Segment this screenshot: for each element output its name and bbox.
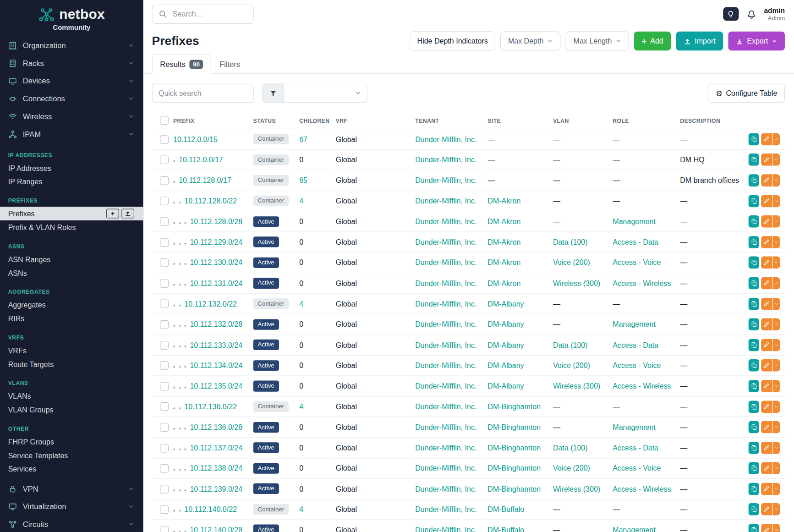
copy-button[interactable]	[748, 298, 759, 310]
site-link[interactable]: DM-Buffalo	[487, 505, 524, 514]
row-checkbox[interactable]	[160, 444, 169, 452]
prefix-link[interactable]: 10.112.140.0/22	[184, 505, 237, 514]
vlan-link[interactable]: Voice (200)	[553, 464, 590, 472]
copy-button[interactable]	[748, 400, 759, 413]
copy-button[interactable]	[748, 236, 759, 248]
quick-import-button[interactable]	[121, 209, 134, 219]
edit-dropdown-button[interactable]	[772, 400, 780, 413]
site-link[interactable]: DM-Albany	[487, 320, 524, 329]
col-header-status[interactable]: STATUS	[253, 112, 300, 129]
tab-results[interactable]: Results 90	[152, 54, 212, 74]
prefix-link[interactable]: 10.112.138.0/24	[190, 464, 242, 472]
sidebar-item-vlan-groups[interactable]: VLAN Groups	[0, 403, 143, 417]
role-link[interactable]: Access - Data	[613, 238, 658, 246]
row-checkbox[interactable]	[160, 382, 169, 390]
row-checkbox[interactable]	[160, 526, 169, 532]
edit-dropdown-button[interactable]	[772, 257, 780, 269]
tab-filters[interactable]: Filters	[211, 54, 248, 74]
edit-dropdown-button[interactable]	[772, 462, 780, 475]
row-checkbox[interactable]	[160, 464, 169, 473]
edit-dropdown-button[interactable]	[772, 380, 780, 392]
select-all-checkbox[interactable]	[160, 116, 169, 125]
tenant-link[interactable]: Dunder-Mifflin, Inc.	[415, 279, 476, 287]
edit-button[interactable]	[761, 380, 772, 392]
sidebar-item-prefixes[interactable]: Prefixes +	[0, 207, 143, 220]
configure-table-button[interactable]: ⚙ Configure Table	[708, 83, 785, 103]
tenant-link[interactable]: Dunder-Mifflin, Inc.	[415, 464, 476, 472]
row-checkbox[interactable]	[160, 423, 169, 432]
row-checkbox[interactable]	[160, 258, 169, 267]
edit-button[interactable]	[761, 503, 772, 516]
tenant-link[interactable]: Dunder-Mifflin, Inc.	[415, 402, 476, 411]
vlan-link[interactable]: Data (100)	[553, 341, 588, 349]
copy-button[interactable]	[748, 257, 759, 269]
role-link[interactable]: Management	[613, 526, 656, 532]
edit-button[interactable]	[761, 442, 772, 454]
site-link[interactable]: DM-Albany	[487, 382, 524, 390]
prefix-link[interactable]: 10.112.128.0/22	[184, 197, 237, 205]
prefix-link[interactable]: 10.112.128.0/28	[190, 218, 242, 226]
site-link[interactable]: DM-Albany	[487, 300, 524, 308]
col-header-role[interactable]: ROLE	[613, 112, 680, 129]
prefix-link[interactable]: 10.112.135.0/24	[190, 382, 242, 390]
sidebar-item-ip-addresses[interactable]: IP Addresses	[0, 161, 143, 175]
sidebar-item-wireless[interactable]: Wireless	[0, 107, 143, 125]
row-checkbox[interactable]	[160, 362, 169, 370]
prefix-link[interactable]: 10.112.137.0/24	[190, 444, 242, 452]
children-count-link[interactable]: 4	[299, 402, 303, 411]
sidebar-item-connections[interactable]: Connections	[0, 90, 143, 108]
site-link[interactable]: DM-Akron	[487, 238, 520, 246]
prefix-link[interactable]: 10.112.0.0/17	[179, 156, 223, 164]
role-link[interactable]: Access - Wireless	[613, 382, 671, 390]
copy-button[interactable]	[748, 421, 759, 433]
col-header-description[interactable]: DESCRIPTION	[680, 112, 748, 129]
edit-button[interactable]	[761, 524, 772, 532]
edit-dropdown-button[interactable]	[772, 298, 780, 310]
row-checkbox[interactable]	[160, 320, 169, 329]
quick-add-button[interactable]: +	[106, 209, 119, 219]
tenant-link[interactable]: Dunder-Mifflin, Inc.	[415, 197, 476, 205]
tenant-link[interactable]: Dunder-Mifflin, Inc.	[415, 320, 476, 329]
prefix-link[interactable]: 10.112.140.0/28	[190, 526, 242, 532]
copy-button[interactable]	[748, 503, 759, 516]
row-checkbox[interactable]	[160, 217, 169, 226]
sidebar-item-route-targets[interactable]: Route Targets	[0, 357, 143, 371]
role-link[interactable]: Access - Voice	[613, 258, 661, 267]
prefix-link[interactable]: 10.112.136.0/28	[190, 423, 242, 431]
edit-dropdown-button[interactable]	[772, 318, 780, 331]
edit-dropdown-button[interactable]	[772, 215, 780, 228]
site-link[interactable]: DM-Albany	[487, 341, 524, 349]
copy-button[interactable]	[748, 133, 759, 146]
edit-dropdown-button[interactable]	[772, 236, 780, 248]
edit-dropdown-button[interactable]	[772, 421, 780, 433]
prefix-link[interactable]: 10.112.132.0/22	[184, 300, 237, 308]
notifications-bell-icon[interactable]	[746, 9, 756, 19]
copy-button[interactable]	[748, 154, 759, 166]
row-checkbox[interactable]	[160, 402, 169, 411]
role-link[interactable]: Access - Data	[613, 341, 658, 349]
site-link[interactable]: DM-Akron	[487, 258, 520, 267]
prefix-link[interactable]: 10.112.133.0/24	[190, 341, 242, 349]
sidebar-item-ip-ranges[interactable]: IP Ranges	[0, 175, 143, 188]
quick-search-input[interactable]	[152, 83, 254, 103]
col-header-tenant[interactable]: TENANT	[415, 112, 487, 129]
import-button[interactable]: Import	[676, 32, 723, 51]
tenant-link[interactable]: Dunder-Mifflin, Inc.	[415, 362, 476, 370]
edit-button[interactable]	[761, 298, 772, 310]
prefix-link[interactable]: 10.112.139.0/24	[190, 485, 242, 493]
col-header-site[interactable]: SITE	[487, 112, 553, 129]
site-link[interactable]: DM-Binghamton	[487, 485, 541, 493]
row-checkbox[interactable]	[160, 135, 169, 144]
prefix-link[interactable]: 10.112.131.0/24	[190, 279, 242, 287]
sidebar-item-virtualization[interactable]: Virtualization	[0, 498, 143, 516]
vlan-link[interactable]: Voice (200)	[553, 258, 590, 267]
edit-button[interactable]	[761, 133, 772, 146]
sidebar-item-vrfs[interactable]: VRFs	[0, 344, 143, 357]
row-checkbox[interactable]	[160, 197, 169, 205]
edit-button[interactable]	[761, 400, 772, 413]
role-link[interactable]: Access - Voice	[613, 362, 661, 370]
tenant-link[interactable]: Dunder-Mifflin, Inc.	[415, 444, 476, 452]
children-count-link[interactable]: 4	[299, 300, 303, 308]
tenant-link[interactable]: Dunder-Mifflin, Inc.	[415, 238, 476, 246]
edit-dropdown-button[interactable]	[772, 483, 780, 495]
